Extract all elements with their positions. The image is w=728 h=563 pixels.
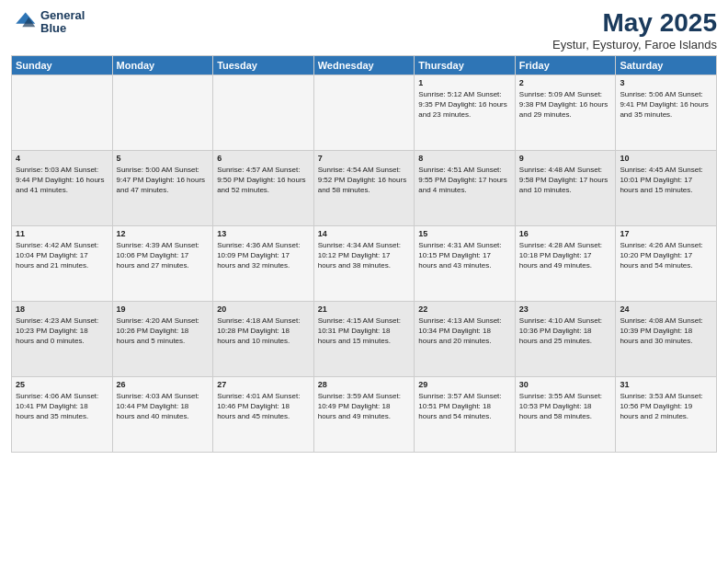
day-info: Sunrise: 4:51 AM Sunset: 9:55 PM Dayligh… (418, 165, 511, 196)
day-number: 11 (16, 229, 108, 238)
day-info: Sunrise: 4:34 AM Sunset: 10:12 PM Daylig… (318, 240, 411, 271)
calendar-cell: 2Sunrise: 5:09 AM Sunset: 9:38 PM Daylig… (515, 75, 616, 150)
day-info: Sunrise: 4:18 AM Sunset: 10:28 PM Daylig… (217, 316, 310, 347)
day-number: 26 (117, 380, 210, 389)
day-info: Sunrise: 4:31 AM Sunset: 10:15 PM Daylig… (418, 240, 511, 271)
calendar-cell: 6Sunrise: 4:57 AM Sunset: 9:50 PM Daylig… (213, 150, 314, 225)
calendar-cell (12, 75, 113, 150)
calendar-cell: 1Sunrise: 5:12 AM Sunset: 9:35 PM Daylig… (415, 75, 516, 150)
calendar-cell: 23Sunrise: 4:10 AM Sunset: 10:36 PM Dayl… (515, 301, 616, 376)
day-info: Sunrise: 5:03 AM Sunset: 9:44 PM Dayligh… (16, 165, 108, 196)
calendar-cell: 19Sunrise: 4:20 AM Sunset: 10:26 PM Dayl… (112, 301, 213, 376)
day-number: 2 (519, 78, 612, 87)
day-number: 15 (418, 229, 511, 238)
calendar-week-row: 18Sunrise: 4:23 AM Sunset: 10:23 PM Dayl… (12, 301, 717, 376)
day-info: Sunrise: 4:54 AM Sunset: 9:52 PM Dayligh… (318, 165, 411, 196)
day-number: 20 (217, 304, 310, 314)
day-number: 27 (217, 380, 310, 389)
calendar-table: SundayMondayTuesdayWednesdayThursdayFrid… (11, 55, 717, 453)
logo: General Blue (11, 9, 85, 36)
day-number: 22 (418, 304, 511, 314)
day-number: 25 (16, 380, 108, 389)
day-number: 21 (318, 304, 411, 314)
calendar-cell: 12Sunrise: 4:39 AM Sunset: 10:06 PM Dayl… (112, 225, 213, 301)
calendar-cell: 16Sunrise: 4:28 AM Sunset: 10:18 PM Dayl… (515, 225, 616, 301)
calendar-cell: 18Sunrise: 4:23 AM Sunset: 10:23 PM Dayl… (12, 301, 113, 376)
logo-icon (11, 9, 37, 35)
day-info: Sunrise: 4:36 AM Sunset: 10:09 PM Daylig… (217, 240, 310, 271)
calendar-cell: 9Sunrise: 4:48 AM Sunset: 9:58 PM Daylig… (515, 150, 616, 225)
calendar-week-row: 1Sunrise: 5:12 AM Sunset: 9:35 PM Daylig… (12, 75, 717, 150)
calendar-cell: 17Sunrise: 4:26 AM Sunset: 10:20 PM Dayl… (616, 225, 717, 301)
calendar-cell: 31Sunrise: 3:53 AM Sunset: 10:56 PM Dayl… (616, 376, 717, 452)
day-info: Sunrise: 4:42 AM Sunset: 10:04 PM Daylig… (16, 240, 108, 271)
day-number: 8 (418, 154, 511, 163)
day-info: Sunrise: 4:39 AM Sunset: 10:06 PM Daylig… (117, 240, 210, 271)
day-info: Sunrise: 4:03 AM Sunset: 10:44 PM Daylig… (117, 391, 210, 422)
day-info: Sunrise: 3:57 AM Sunset: 10:51 PM Daylig… (418, 391, 511, 422)
day-number: 16 (519, 229, 612, 238)
day-info: Sunrise: 3:59 AM Sunset: 10:49 PM Daylig… (318, 391, 411, 422)
day-number: 30 (519, 380, 612, 389)
day-info: Sunrise: 5:00 AM Sunset: 9:47 PM Dayligh… (117, 165, 210, 196)
calendar-cell: 4Sunrise: 5:03 AM Sunset: 9:44 PM Daylig… (12, 150, 113, 225)
calendar-cell: 13Sunrise: 4:36 AM Sunset: 10:09 PM Dayl… (213, 225, 314, 301)
calendar-cell (213, 75, 314, 150)
day-info: Sunrise: 4:23 AM Sunset: 10:23 PM Daylig… (16, 316, 108, 347)
day-info: Sunrise: 4:13 AM Sunset: 10:34 PM Daylig… (418, 316, 511, 347)
calendar-cell: 30Sunrise: 3:55 AM Sunset: 10:53 PM Dayl… (515, 376, 616, 452)
day-info: Sunrise: 4:01 AM Sunset: 10:46 PM Daylig… (217, 391, 310, 422)
day-number: 12 (117, 229, 210, 238)
day-number: 19 (117, 304, 210, 314)
calendar-cell (313, 75, 415, 150)
day-info: Sunrise: 4:48 AM Sunset: 9:58 PM Dayligh… (519, 165, 612, 196)
day-header-wednesday: Wednesday (313, 55, 415, 75)
day-number: 9 (519, 154, 612, 163)
day-number: 31 (620, 380, 712, 389)
calendar-cell: 11Sunrise: 4:42 AM Sunset: 10:04 PM Dayl… (12, 225, 113, 301)
subtitle: Eystur, Eysturoy, Faroe Islands (552, 38, 717, 52)
calendar-cell: 14Sunrise: 4:34 AM Sunset: 10:12 PM Dayl… (313, 225, 415, 301)
day-info: Sunrise: 4:28 AM Sunset: 10:18 PM Daylig… (519, 240, 612, 271)
day-info: Sunrise: 5:09 AM Sunset: 9:38 PM Dayligh… (519, 89, 612, 121)
day-info: Sunrise: 4:45 AM Sunset: 10:01 PM Daylig… (620, 165, 712, 196)
day-info: Sunrise: 3:55 AM Sunset: 10:53 PM Daylig… (519, 391, 612, 422)
calendar-cell: 28Sunrise: 3:59 AM Sunset: 10:49 PM Dayl… (313, 376, 415, 452)
calendar-cell: 20Sunrise: 4:18 AM Sunset: 10:28 PM Dayl… (213, 301, 314, 376)
calendar-header-row: SundayMondayTuesdayWednesdayThursdayFrid… (12, 55, 717, 75)
logo-line1: General (40, 9, 85, 22)
day-number: 13 (217, 229, 310, 238)
day-info: Sunrise: 3:53 AM Sunset: 10:56 PM Daylig… (620, 391, 712, 422)
calendar-cell: 15Sunrise: 4:31 AM Sunset: 10:15 PM Dayl… (415, 225, 516, 301)
day-number: 3 (620, 78, 712, 87)
day-info: Sunrise: 4:57 AM Sunset: 9:50 PM Dayligh… (217, 165, 310, 196)
calendar-cell: 29Sunrise: 3:57 AM Sunset: 10:51 PM Dayl… (415, 376, 516, 452)
calendar-cell: 3Sunrise: 5:06 AM Sunset: 9:41 PM Daylig… (616, 75, 717, 150)
calendar-cell: 22Sunrise: 4:13 AM Sunset: 10:34 PM Dayl… (415, 301, 516, 376)
header: General Blue May 2025 Eystur, Eysturoy, … (11, 9, 717, 52)
logo-line2: Blue (40, 22, 85, 35)
calendar-cell: 24Sunrise: 4:08 AM Sunset: 10:39 PM Dayl… (616, 301, 717, 376)
day-number: 24 (620, 304, 712, 314)
calendar-week-row: 11Sunrise: 4:42 AM Sunset: 10:04 PM Dayl… (12, 225, 717, 301)
day-header-friday: Friday (515, 55, 616, 75)
calendar-cell: 8Sunrise: 4:51 AM Sunset: 9:55 PM Daylig… (415, 150, 516, 225)
main-title: May 2025 (552, 9, 717, 38)
calendar-week-row: 4Sunrise: 5:03 AM Sunset: 9:44 PM Daylig… (12, 150, 717, 225)
day-number: 29 (418, 380, 511, 389)
day-info: Sunrise: 4:26 AM Sunset: 10:20 PM Daylig… (620, 240, 712, 271)
day-number: 5 (117, 154, 210, 163)
logo-text: General Blue (40, 9, 85, 36)
day-number: 23 (519, 304, 612, 314)
day-info: Sunrise: 4:08 AM Sunset: 10:39 PM Daylig… (620, 316, 712, 347)
day-number: 14 (318, 229, 411, 238)
day-number: 28 (318, 380, 411, 389)
day-header-thursday: Thursday (415, 55, 516, 75)
calendar-cell: 7Sunrise: 4:54 AM Sunset: 9:52 PM Daylig… (313, 150, 415, 225)
calendar-cell: 25Sunrise: 4:06 AM Sunset: 10:41 PM Dayl… (12, 376, 113, 452)
calendar-cell: 26Sunrise: 4:03 AM Sunset: 10:44 PM Dayl… (112, 376, 213, 452)
day-header-monday: Monday (112, 55, 213, 75)
day-info: Sunrise: 4:10 AM Sunset: 10:36 PM Daylig… (519, 316, 612, 347)
day-number: 17 (620, 229, 712, 238)
day-info: Sunrise: 5:06 AM Sunset: 9:41 PM Dayligh… (620, 89, 712, 121)
